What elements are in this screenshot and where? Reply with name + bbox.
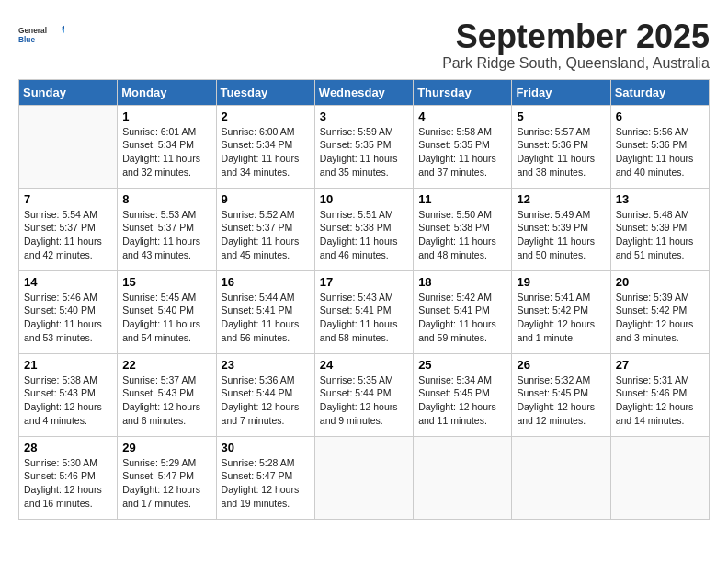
day-number: 15 bbox=[122, 275, 210, 289]
calendar-week-row: 7Sunrise: 5:54 AM Sunset: 5:37 PM Daylig… bbox=[19, 188, 710, 270]
day-info: Sunrise: 5:41 AM Sunset: 5:42 PM Dayligh… bbox=[517, 291, 605, 345]
calendar-cell: 19Sunrise: 5:41 AM Sunset: 5:42 PM Dayli… bbox=[512, 270, 610, 353]
day-number: 30 bbox=[222, 441, 310, 454]
day-number: 17 bbox=[320, 275, 408, 289]
calendar-cell: 29Sunrise: 5:29 AM Sunset: 5:47 PM Dayli… bbox=[118, 436, 216, 519]
day-number: 7 bbox=[24, 192, 112, 206]
calendar-cell: 22Sunrise: 5:37 AM Sunset: 5:43 PM Dayli… bbox=[118, 353, 216, 436]
day-info: Sunrise: 6:00 AM Sunset: 5:34 PM Dayligh… bbox=[222, 125, 310, 179]
calendar-cell: 10Sunrise: 5:51 AM Sunset: 5:38 PM Dayli… bbox=[314, 188, 413, 270]
day-number: 20 bbox=[616, 275, 704, 289]
calendar-cell: 16Sunrise: 5:44 AM Sunset: 5:41 PM Dayli… bbox=[216, 270, 314, 353]
day-info: Sunrise: 5:45 AM Sunset: 5:40 PM Dayligh… bbox=[122, 291, 210, 345]
calendar-cell: 20Sunrise: 5:39 AM Sunset: 5:42 PM Dayli… bbox=[610, 270, 709, 353]
day-number: 28 bbox=[24, 441, 112, 454]
day-info: Sunrise: 5:52 AM Sunset: 5:37 PM Dayligh… bbox=[222, 208, 310, 262]
calendar-cell: 24Sunrise: 5:35 AM Sunset: 5:44 PM Dayli… bbox=[314, 353, 413, 436]
calendar-week-row: 1Sunrise: 6:01 AM Sunset: 5:34 PM Daylig… bbox=[19, 105, 710, 188]
calendar-cell: 15Sunrise: 5:45 AM Sunset: 5:40 PM Dayli… bbox=[118, 270, 216, 353]
calendar-cell: 7Sunrise: 5:54 AM Sunset: 5:37 PM Daylig… bbox=[19, 188, 118, 270]
calendar-cell: 23Sunrise: 5:36 AM Sunset: 5:44 PM Dayli… bbox=[216, 353, 314, 436]
calendar-cell bbox=[512, 436, 610, 519]
calendar-cell: 4Sunrise: 5:58 AM Sunset: 5:35 PM Daylig… bbox=[414, 105, 512, 188]
day-info: Sunrise: 5:59 AM Sunset: 5:35 PM Dayligh… bbox=[320, 125, 408, 179]
calendar-cell: 9Sunrise: 5:52 AM Sunset: 5:37 PM Daylig… bbox=[216, 188, 314, 270]
day-info: Sunrise: 5:30 AM Sunset: 5:46 PM Dayligh… bbox=[24, 456, 112, 511]
day-info: Sunrise: 5:31 AM Sunset: 5:46 PM Dayligh… bbox=[616, 373, 704, 428]
day-info: Sunrise: 5:42 AM Sunset: 5:41 PM Dayligh… bbox=[418, 291, 506, 345]
day-number: 27 bbox=[616, 358, 704, 372]
svg-text:Blue: Blue bbox=[18, 35, 35, 44]
day-number: 2 bbox=[222, 109, 310, 123]
day-info: Sunrise: 5:56 AM Sunset: 5:36 PM Dayligh… bbox=[616, 125, 704, 179]
day-number: 6 bbox=[616, 109, 704, 123]
calendar-cell: 27Sunrise: 5:31 AM Sunset: 5:46 PM Dayli… bbox=[610, 353, 709, 436]
calendar-cell bbox=[314, 436, 413, 519]
day-info: Sunrise: 5:53 AM Sunset: 5:37 PM Dayligh… bbox=[122, 208, 210, 262]
day-number: 9 bbox=[222, 192, 310, 206]
svg-text:General: General bbox=[18, 26, 47, 35]
day-info: Sunrise: 5:29 AM Sunset: 5:47 PM Dayligh… bbox=[122, 456, 210, 511]
calendar-cell bbox=[414, 436, 512, 519]
calendar-cell: 28Sunrise: 5:30 AM Sunset: 5:46 PM Dayli… bbox=[19, 436, 118, 519]
day-info: Sunrise: 5:51 AM Sunset: 5:38 PM Dayligh… bbox=[320, 208, 408, 262]
day-info: Sunrise: 5:48 AM Sunset: 5:39 PM Dayligh… bbox=[616, 208, 704, 262]
day-number: 29 bbox=[122, 441, 210, 454]
calendar-cell: 14Sunrise: 5:46 AM Sunset: 5:40 PM Dayli… bbox=[19, 270, 118, 353]
day-info: Sunrise: 5:43 AM Sunset: 5:41 PM Dayligh… bbox=[320, 291, 408, 345]
day-number: 10 bbox=[320, 192, 408, 206]
calendar-cell: 30Sunrise: 5:28 AM Sunset: 5:47 PM Dayli… bbox=[216, 436, 314, 519]
day-info: Sunrise: 5:35 AM Sunset: 5:44 PM Dayligh… bbox=[320, 373, 408, 428]
month-title: September 2025 bbox=[442, 18, 710, 55]
day-number: 25 bbox=[418, 358, 506, 372]
day-info: Sunrise: 5:37 AM Sunset: 5:43 PM Dayligh… bbox=[122, 373, 210, 428]
weekday-header-monday: Monday bbox=[118, 79, 216, 105]
calendar-week-row: 28Sunrise: 5:30 AM Sunset: 5:46 PM Dayli… bbox=[19, 436, 710, 519]
day-info: Sunrise: 5:46 AM Sunset: 5:40 PM Dayligh… bbox=[24, 291, 112, 345]
calendar-table: SundayMondayTuesdayWednesdayThursdayFrid… bbox=[18, 79, 710, 520]
page-header: General Blue September 2025 Park Ridge S… bbox=[18, 18, 710, 72]
day-number: 13 bbox=[616, 192, 704, 206]
title-section: September 2025 Park Ridge South, Queensl… bbox=[442, 18, 710, 72]
day-info: Sunrise: 5:58 AM Sunset: 5:35 PM Dayligh… bbox=[418, 125, 506, 179]
day-info: Sunrise: 5:36 AM Sunset: 5:44 PM Dayligh… bbox=[222, 373, 310, 428]
weekday-header-saturday: Saturday bbox=[610, 79, 709, 105]
weekday-header-tuesday: Tuesday bbox=[216, 79, 314, 105]
day-info: Sunrise: 5:39 AM Sunset: 5:42 PM Dayligh… bbox=[616, 291, 704, 345]
day-info: Sunrise: 5:38 AM Sunset: 5:43 PM Dayligh… bbox=[24, 373, 112, 428]
day-info: Sunrise: 5:32 AM Sunset: 5:45 PM Dayligh… bbox=[517, 373, 605, 428]
day-number: 23 bbox=[222, 358, 310, 372]
calendar-cell: 26Sunrise: 5:32 AM Sunset: 5:45 PM Dayli… bbox=[512, 353, 610, 436]
day-number: 18 bbox=[418, 275, 506, 289]
calendar-cell: 18Sunrise: 5:42 AM Sunset: 5:41 PM Dayli… bbox=[414, 270, 512, 353]
calendar-cell bbox=[19, 105, 118, 188]
calendar-cell bbox=[610, 436, 709, 519]
day-number: 11 bbox=[418, 192, 506, 206]
day-number: 19 bbox=[517, 275, 605, 289]
day-number: 24 bbox=[320, 358, 408, 372]
calendar-cell: 5Sunrise: 5:57 AM Sunset: 5:36 PM Daylig… bbox=[512, 105, 610, 188]
calendar-cell: 12Sunrise: 5:49 AM Sunset: 5:39 PM Dayli… bbox=[512, 188, 610, 270]
calendar-cell: 17Sunrise: 5:43 AM Sunset: 5:41 PM Dayli… bbox=[314, 270, 413, 353]
weekday-header-sunday: Sunday bbox=[19, 79, 118, 105]
day-number: 21 bbox=[24, 358, 112, 372]
day-number: 4 bbox=[418, 109, 506, 123]
day-info: Sunrise: 5:34 AM Sunset: 5:45 PM Dayligh… bbox=[418, 373, 506, 428]
location-title: Park Ridge South, Queensland, Australia bbox=[442, 55, 710, 72]
day-number: 3 bbox=[320, 109, 408, 123]
day-info: Sunrise: 5:57 AM Sunset: 5:36 PM Dayligh… bbox=[517, 125, 605, 179]
calendar-week-row: 14Sunrise: 5:46 AM Sunset: 5:40 PM Dayli… bbox=[19, 270, 710, 353]
logo-svg: General Blue bbox=[18, 18, 64, 52]
day-info: Sunrise: 5:28 AM Sunset: 5:47 PM Dayligh… bbox=[222, 456, 310, 511]
day-number: 22 bbox=[122, 358, 210, 372]
calendar-cell: 25Sunrise: 5:34 AM Sunset: 5:45 PM Dayli… bbox=[414, 353, 512, 436]
weekday-header-wednesday: Wednesday bbox=[314, 79, 413, 105]
calendar-cell: 1Sunrise: 6:01 AM Sunset: 5:34 PM Daylig… bbox=[118, 105, 216, 188]
weekday-header-thursday: Thursday bbox=[414, 79, 512, 105]
logo: General Blue bbox=[18, 18, 64, 52]
day-info: Sunrise: 5:49 AM Sunset: 5:39 PM Dayligh… bbox=[517, 208, 605, 262]
day-number: 5 bbox=[517, 109, 605, 123]
calendar-cell: 11Sunrise: 5:50 AM Sunset: 5:38 PM Dayli… bbox=[414, 188, 512, 270]
calendar-cell: 6Sunrise: 5:56 AM Sunset: 5:36 PM Daylig… bbox=[610, 105, 709, 188]
calendar-cell: 21Sunrise: 5:38 AM Sunset: 5:43 PM Dayli… bbox=[19, 353, 118, 436]
